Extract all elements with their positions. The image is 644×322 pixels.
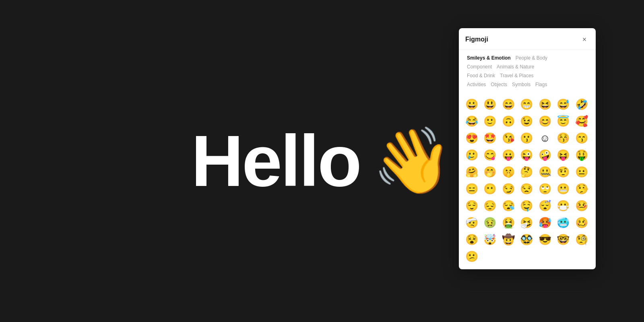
emoji-item[interactable]: 😌 (464, 198, 480, 214)
emoji-item[interactable]: 😐 (574, 164, 590, 180)
emoji-item[interactable]: 😒 (518, 181, 535, 197)
emoji-item[interactable]: 🙄 (537, 181, 553, 197)
emoji-item[interactable]: 😪 (500, 198, 516, 214)
emoji-item[interactable]: 🤑 (574, 147, 590, 163)
emoji-item[interactable]: 😋 (482, 147, 498, 163)
emoji-item[interactable]: 😃 (482, 96, 498, 112)
emoji-grid: 😀😃😄😁😆😅🤣😂🙂🙃😉😊😇🥰😍🤩😘😗☺️😚😙🥲😋😛😜🤪😝🤑🤗🤭🤫🤔🤐🤨😐😑😶😏😒… (459, 93, 596, 269)
emoji-item[interactable]: 🙂 (482, 113, 498, 129)
emoji-item[interactable]: 😎 (537, 231, 553, 248)
emoji-item[interactable]: 🤕 (464, 215, 480, 231)
wave-emoji: 👋 (372, 123, 453, 199)
emoji-item[interactable]: 😚 (555, 130, 571, 146)
category-row-3: Food & Drink Travel & Places (465, 72, 589, 79)
emoji-item[interactable]: 😊 (537, 113, 553, 129)
emoji-item[interactable]: 🤭 (482, 164, 498, 180)
emoji-item[interactable]: 🤩 (482, 130, 498, 146)
emoji-item[interactable]: 😶 (482, 181, 498, 197)
emoji-item[interactable]: 🥸 (518, 231, 535, 248)
close-button[interactable]: × (580, 35, 589, 44)
category-component[interactable]: Component (465, 63, 493, 70)
emoji-item[interactable]: 😛 (500, 147, 516, 163)
category-row-1: Smileys & Emotion People & Body (465, 54, 589, 62)
emoji-item[interactable]: 🤓 (555, 231, 571, 248)
emoji-item[interactable]: 😷 (555, 198, 571, 214)
category-food[interactable]: Food & Drink (465, 72, 497, 79)
emoji-item[interactable]: 😝 (555, 147, 571, 163)
emoji-item[interactable]: 🥰 (574, 113, 590, 129)
emoji-item[interactable]: 😙 (574, 130, 590, 146)
emoji-item[interactable]: 🤯 (482, 231, 498, 248)
emoji-item[interactable]: 🥲 (464, 147, 480, 163)
emoji-item[interactable]: 😆 (537, 96, 553, 112)
emoji-item[interactable]: 😂 (464, 113, 480, 129)
emoji-item[interactable]: 😅 (555, 96, 571, 112)
categories-section: Smileys & Emotion People & Body Componen… (459, 50, 596, 93)
emoji-item[interactable]: 🥶 (555, 215, 571, 231)
emoji-item[interactable]: 🤔 (518, 164, 535, 180)
emoji-item[interactable]: 🥴 (574, 215, 590, 231)
emoji-item[interactable]: 😏 (500, 181, 516, 197)
emoji-item[interactable]: 🤐 (537, 164, 553, 180)
hello-text: Hello (191, 125, 360, 197)
figmoji-panel: Figmoji × Smileys & Emotion People & Bod… (459, 28, 596, 269)
category-animals[interactable]: Animals & Nature (495, 63, 536, 70)
emoji-item[interactable]: 🥵 (537, 215, 553, 231)
emoji-item[interactable]: 😑 (464, 181, 480, 197)
emoji-item[interactable]: ☺️ (537, 130, 553, 146)
category-people[interactable]: People & Body (514, 54, 549, 62)
category-activities[interactable]: Activities (465, 81, 487, 88)
category-travel[interactable]: Travel & Places (498, 72, 535, 79)
category-row-4: Activities Objects Symbols Flags (465, 81, 589, 88)
emoji-item[interactable]: 🤒 (574, 198, 590, 214)
emoji-item[interactable]: 😄 (500, 96, 516, 112)
panel-title: Figmoji (465, 36, 488, 43)
category-objects[interactable]: Objects (489, 81, 509, 88)
emoji-item[interactable]: 🤠 (500, 231, 516, 248)
emoji-item[interactable]: 🤪 (537, 147, 553, 163)
emoji-item[interactable]: 😕 (464, 248, 480, 264)
emoji-item[interactable]: 😬 (555, 181, 571, 197)
category-smileys[interactable]: Smileys & Emotion (465, 54, 512, 62)
emoji-item[interactable]: 🤣 (574, 96, 590, 112)
emoji-item[interactable]: 😔 (482, 198, 498, 214)
category-flags[interactable]: Flags (534, 81, 549, 88)
emoji-item[interactable]: 🧐 (574, 231, 590, 248)
emoji-item[interactable]: 😜 (518, 147, 535, 163)
emoji-item[interactable]: 🤢 (482, 215, 498, 231)
emoji-item[interactable]: 🤨 (555, 164, 571, 180)
emoji-item[interactable]: 😀 (464, 96, 480, 112)
category-symbols[interactable]: Symbols (510, 81, 532, 88)
emoji-item[interactable]: 😵 (464, 231, 480, 248)
emoji-item[interactable]: 🤥 (574, 181, 590, 197)
emoji-item[interactable]: 😇 (555, 113, 571, 129)
emoji-item[interactable]: 😉 (518, 113, 535, 129)
emoji-item[interactable]: 🙃 (500, 113, 516, 129)
emoji-item[interactable]: 🤧 (518, 215, 535, 231)
emoji-item[interactable]: 😁 (518, 96, 535, 112)
emoji-item[interactable]: 🤗 (464, 164, 480, 180)
emoji-item[interactable]: 😍 (464, 130, 480, 146)
emoji-item[interactable]: 🤤 (518, 198, 535, 214)
emoji-item[interactable]: 😘 (500, 130, 516, 146)
emoji-item[interactable]: 🤮 (500, 215, 516, 231)
emoji-item[interactable]: 😗 (518, 130, 535, 146)
emoji-item[interactable]: 🤫 (500, 164, 516, 180)
emoji-item[interactable]: 😴 (537, 198, 553, 214)
category-row-2: Component Animals & Nature (465, 63, 589, 70)
panel-header: Figmoji × (459, 28, 596, 50)
